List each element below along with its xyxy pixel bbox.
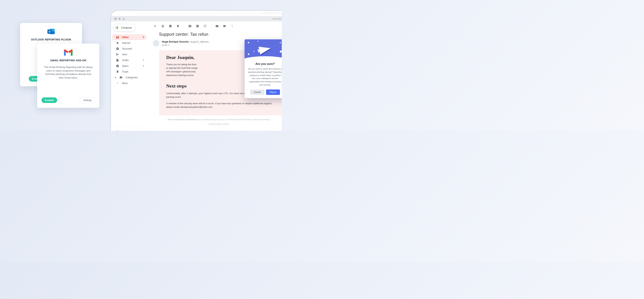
gmail-settings-button[interactable]: Settings xyxy=(80,97,95,103)
add-task-icon[interactable] xyxy=(204,24,207,28)
gmail-enabled-badge: Enabled xyxy=(42,98,57,103)
outlook-logo: O xyxy=(25,28,77,35)
email-paragraph: A member of the security team will be in… xyxy=(166,102,278,109)
recipient-line[interactable]: to me▼ xyxy=(162,44,209,46)
archive-icon[interactable] xyxy=(161,24,164,28)
cancel-button[interactable]: Cancel xyxy=(250,90,264,95)
send-icon xyxy=(116,53,119,56)
sender-address: <hugo23_5@hotm xyxy=(190,40,209,43)
delete-icon[interactable] xyxy=(176,24,180,28)
meet-heading: Meet xyxy=(112,127,148,131)
report-spam-icon[interactable] xyxy=(169,24,172,28)
sidebar-item-drafts[interactable]: Drafts 1 xyxy=(112,57,146,63)
sidebar-label: Categories xyxy=(126,76,138,79)
sidebar-count: 3 xyxy=(143,36,144,38)
trash-icon xyxy=(116,70,119,73)
sidebar-label: Trash xyxy=(122,70,128,73)
popup-hero xyxy=(244,39,282,60)
star-icon xyxy=(116,41,119,44)
popup-body-text: Do you want to report this email as a po… xyxy=(248,68,282,86)
email-disclaimer: You're receiving this email because your… xyxy=(158,118,280,121)
clock-icon xyxy=(116,47,119,50)
sidebar-item-sent[interactable]: Sent xyxy=(112,52,146,57)
compose-button[interactable]: Compose xyxy=(113,24,136,32)
move-icon[interactable] xyxy=(216,24,219,28)
caret-right-icon: ▸ xyxy=(115,76,117,79)
draft-icon xyxy=(116,58,119,62)
svg-point-2 xyxy=(232,26,232,26)
sidebar-label: More xyxy=(122,82,128,85)
sidebar-item-spam[interactable]: Spam 3 xyxy=(112,63,146,69)
email-toolbar xyxy=(150,24,282,30)
svg-point-1 xyxy=(232,25,232,25)
sidebar-item-snoozed[interactable]: Snoozed xyxy=(112,46,146,52)
browser-window: www.outthink.io Compose Inbox 3 Starred … xyxy=(110,10,282,131)
gmail-main: Support center: Tax refun Hugo Enrique O… xyxy=(149,22,282,131)
sidebar-label: Snoozed xyxy=(122,47,132,50)
megaphone-icon xyxy=(258,44,272,54)
sidebar-count: 1 xyxy=(143,59,144,62)
sidebar-item-trash[interactable]: Trash xyxy=(112,69,146,74)
snooze-icon[interactable] xyxy=(196,24,199,28)
sidebar-item-starred[interactable]: Starred xyxy=(112,40,146,46)
sidebar-label: Inbox xyxy=(122,36,129,39)
sidebar-label: Sent xyxy=(122,53,127,56)
gmail-card-title: GMAIL REPORTING ADD-ON xyxy=(42,59,94,62)
sidebar-item-inbox[interactable]: Inbox 3 xyxy=(112,34,146,40)
sidebar-label: Drafts xyxy=(122,59,129,62)
gmail-logo xyxy=(42,49,94,56)
chevron-down-icon: ▼ xyxy=(168,44,170,46)
email-subject: Support center: Tax refun xyxy=(150,30,282,40)
gmail-sidebar: Compose Inbox 3 Starred Snoozed Sent xyxy=(111,22,149,131)
back-icon[interactable] xyxy=(154,24,157,28)
outlook-card-title: OUTLOOK REPORTING PLUGIN xyxy=(25,38,77,41)
labels-icon[interactable] xyxy=(223,24,226,28)
gmail-addon-card: GMAIL REPORTING ADD-ON The Gmail Phishin… xyxy=(37,44,99,108)
compose-label: Compose xyxy=(121,26,132,29)
email-disclaimer-2: OutThink Graph Learners xyxy=(150,123,282,125)
sender-name: Hugo Enrique Ososrio xyxy=(162,40,189,43)
label-icon xyxy=(120,76,123,79)
more-icon[interactable] xyxy=(230,24,234,28)
browser-tabbar: www.outthink.io xyxy=(111,16,282,22)
chevron-down-icon xyxy=(116,82,119,85)
gmail-card-desc: The Gmail Phishing Reporting Add-On allo… xyxy=(42,66,94,80)
sidebar-item-more[interactable]: More xyxy=(112,80,146,86)
browser-chrome-top xyxy=(111,10,282,16)
sidebar-count: 3 xyxy=(143,65,144,67)
email-paragraph: Thank you for taking the time to attempt… xyxy=(166,63,198,77)
popup-title: Are you sure? xyxy=(248,62,282,66)
svg-point-3 xyxy=(232,27,232,27)
spam-icon xyxy=(116,64,119,68)
sidebar-item-categories[interactable]: ▸ Categories xyxy=(112,74,146,80)
sidebar-label: Spam xyxy=(122,64,129,68)
sidebar-label: Starred xyxy=(122,42,130,44)
compose-plus-icon xyxy=(115,26,119,30)
report-button[interactable]: Report xyxy=(266,90,280,95)
report-confirm-popup: Are you sure? Do you want to report this… xyxy=(244,39,282,98)
inbox-icon xyxy=(116,36,119,39)
sender-avatar xyxy=(153,40,160,46)
browser-url: www.outthink.io xyxy=(272,18,282,20)
mark-unread-icon[interactable] xyxy=(188,24,192,28)
